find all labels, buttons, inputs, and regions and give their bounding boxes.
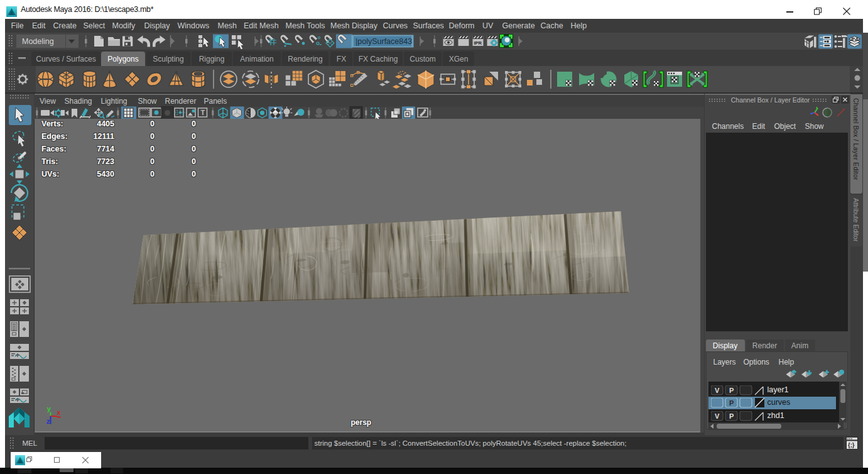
svg-text:P: P xyxy=(729,387,734,394)
svg-text:|polySurface843: |polySurface843 xyxy=(355,37,412,46)
svg-text:P: P xyxy=(729,399,734,407)
svg-text:x: x xyxy=(57,410,61,417)
svg-text:V: V xyxy=(715,387,720,394)
svg-text:P: P xyxy=(729,412,734,420)
svg-text:y: y xyxy=(47,405,52,413)
svg-text:Modeling: Modeling xyxy=(22,37,54,46)
svg-text:IPR: IPR xyxy=(474,40,482,46)
svg-text:V: V xyxy=(715,412,720,420)
svg-text:z: z xyxy=(46,418,51,426)
svg-text:{;}: {;} xyxy=(848,441,855,448)
